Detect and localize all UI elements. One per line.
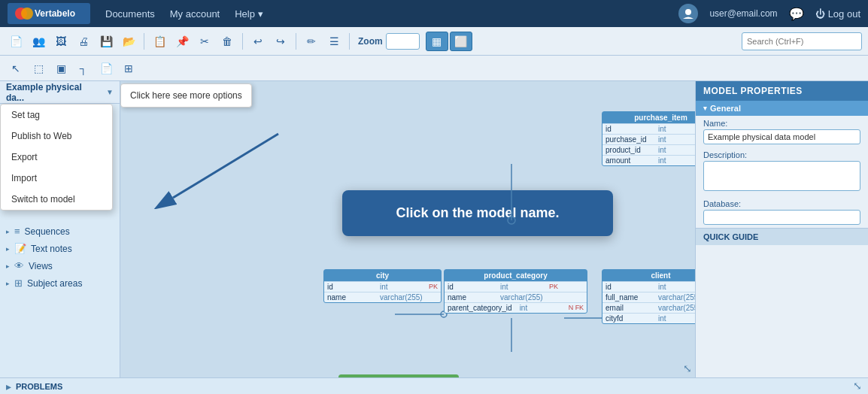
toolbar-copy-btn[interactable]: 📋 <box>150 32 169 51</box>
views-icon: 👁 <box>14 260 24 271</box>
zoom-input[interactable] <box>386 33 420 50</box>
bottom-right-arrow[interactable]: ⤡ <box>853 380 862 392</box>
tool-line[interactable]: ⊞ <box>119 59 138 78</box>
username-label: user@email.com <box>709 8 777 19</box>
table-row: product_idintFK <box>602 144 695 155</box>
canvas-area[interactable]: Click here see more options Click on the… <box>120 81 695 377</box>
subjectareas-icon: ⊞ <box>14 277 23 289</box>
sequences-arrow: ▸ <box>6 228 10 235</box>
description-textarea[interactable] <box>703 161 860 191</box>
views-arrow: ▸ <box>6 262 10 270</box>
toolbar-paste-btn[interactable]: 📌 <box>172 32 192 51</box>
problems-arrow[interactable]: ▸ <box>6 380 11 392</box>
breadcrumb-arrow[interactable]: ▼ <box>106 88 114 96</box>
shape-toolbar: ↖ ⬚ ▣ ┐ 📄 ⊞ <box>0 56 868 81</box>
toolbar-sep-1 <box>144 33 144 50</box>
model-name-label[interactable]: Example physical da... <box>6 82 102 103</box>
toolbar-delete-btn[interactable]: 🗑 <box>217 32 237 51</box>
general-arrow: ▾ <box>703 105 707 112</box>
nav-help[interactable]: Help ▾ <box>235 8 263 20</box>
dropdown-set-tag[interactable]: Set tag <box>1 105 112 126</box>
dropdown-switch[interactable]: Switch to model <box>1 189 112 210</box>
model-properties-header: MODEL PROPERTIES <box>696 81 868 101</box>
table-row: namevarchar(255) <box>445 292 587 302</box>
logo[interactable]: Vertabelo <box>8 3 90 24</box>
table-city[interactable]: city idintPK namevarchar(255) <box>323 269 442 303</box>
user-avatar-icon[interactable] <box>678 4 698 23</box>
sidebar-item-sequences[interactable]: ▸ ≡ Sequences <box>0 223 120 240</box>
zoom-label: Zoom <box>358 36 383 47</box>
name-label: Name: <box>703 119 860 128</box>
nav-myaccount[interactable]: My account <box>170 8 220 20</box>
toolbar-edit-btn[interactable]: ✏ <box>302 32 321 51</box>
sidebar-item-subjectareas[interactable]: ▸ ⊞ Subject areas <box>0 274 120 292</box>
top-nav: Vertabelo Documents My account Help ▾ us… <box>0 0 868 27</box>
toolbar-save-btn[interactable]: 💾 <box>96 32 116 51</box>
toolbar-print-btn[interactable]: 🖨 <box>74 32 93 51</box>
table-purchase-item[interactable]: purchase_item idintPK purchase_idintFK p… <box>602 111 695 166</box>
resize-handle[interactable]: ⤡ <box>683 362 692 374</box>
tool-rect-select[interactable]: ⬚ <box>29 59 48 78</box>
tool-note[interactable]: ┐ <box>74 59 93 78</box>
toolbar-redo-btn[interactable]: ↪ <box>271 32 290 51</box>
description-field: Description: <box>696 147 868 196</box>
tool-select[interactable]: ↖ <box>6 59 26 78</box>
sequences-label: Sequences <box>25 226 70 237</box>
view-fit-btn[interactable]: ⬜ <box>450 32 472 51</box>
toolbar-open-btn[interactable]: 📂 <box>119 32 138 51</box>
database-label: Database: <box>703 199 860 208</box>
textnotes-icon: 📝 <box>14 243 26 254</box>
description-label: Description: <box>703 150 860 159</box>
tool-table[interactable]: ▣ <box>51 59 71 78</box>
toolbar-new-btn[interactable]: 📄 <box>6 32 26 51</box>
table-row: idintPK <box>324 281 441 292</box>
chat-icon[interactable]: 💬 <box>789 7 804 21</box>
search-input[interactable] <box>742 32 862 50</box>
dropdown-publish[interactable]: Publish to Web <box>1 126 112 147</box>
toolbar-align-btn[interactable]: ☰ <box>324 32 344 51</box>
main-toolbar: 📄 👥 🖼 🖨 💾 📂 📋 📌 ✂ 🗑 ↩ ↪ ✏ ☰ Zoom ▦ ⬜ <box>0 27 868 56</box>
sidebar-item-textnotes[interactable]: ▸ 📝 Text notes <box>0 240 120 257</box>
general-section[interactable]: ▾ General <box>696 101 868 116</box>
subjectareas-label: Subject areas <box>27 278 82 289</box>
callout-box: Click on the model name. <box>342 190 613 236</box>
power-icon: ⏻ <box>815 8 825 20</box>
toolbar-image-btn[interactable]: 🖼 <box>51 32 71 51</box>
logout-button[interactable]: ⏻ Log out <box>815 8 860 20</box>
nav-documents[interactable]: Documents <box>105 8 155 20</box>
views-label: Views <box>29 261 53 271</box>
quick-guide-label: QUICK GUIDE <box>703 232 758 241</box>
table-row: idintPK <box>602 281 695 292</box>
sidebar-item-views[interactable]: ▸ 👁 Views <box>0 257 120 274</box>
table-client[interactable]: client idintPK full_namevarchar(255) ema… <box>602 269 695 324</box>
sequences-icon: ≡ <box>14 226 20 237</box>
textnotes-arrow: ▸ <box>6 245 10 253</box>
table-row: emailvarchar(255) <box>602 302 695 313</box>
table-product-category[interactable]: product_category idintPK namevarchar(255… <box>444 269 587 314</box>
table-header: client <box>602 270 695 281</box>
table-header: city <box>324 270 441 281</box>
toolbar-user-btn[interactable]: 👥 <box>29 32 48 51</box>
svg-point-1 <box>21 8 33 20</box>
textnotes-label: Text notes <box>31 244 72 254</box>
toolbar-sep-4 <box>349 33 350 50</box>
nav-links: Documents My account Help ▾ <box>105 8 263 20</box>
dropdown-import[interactable]: Import <box>1 168 112 189</box>
view-buttons: ▦ ⬜ <box>426 32 472 51</box>
tooltip-popup: Click here see more options <box>120 83 252 108</box>
search-box <box>742 32 862 50</box>
tool-note2[interactable]: 📄 <box>96 59 116 78</box>
toolbar-cut-btn[interactable]: ✂ <box>195 32 214 51</box>
toolbar-undo-btn[interactable]: ↩ <box>248 32 268 51</box>
sidebar: Example physical da... ▼ (Edit mode) Set… <box>0 81 120 377</box>
view-table-btn[interactable]: ▦ <box>426 32 448 51</box>
table-row: cityfdintFK <box>602 313 695 323</box>
dropdown-export[interactable]: Export <box>1 147 112 168</box>
table-row: full_namevarchar(255) <box>602 292 695 302</box>
toolbar-sep-3 <box>296 33 296 50</box>
bottom-bar: ▸ PROBLEMS ⤡ <box>0 377 868 394</box>
problems-label[interactable]: PROBLEMS <box>16 382 62 391</box>
database-input[interactable] <box>703 210 860 225</box>
name-input[interactable] <box>703 129 860 144</box>
tooltip-text: Click here see more options <box>130 90 242 101</box>
